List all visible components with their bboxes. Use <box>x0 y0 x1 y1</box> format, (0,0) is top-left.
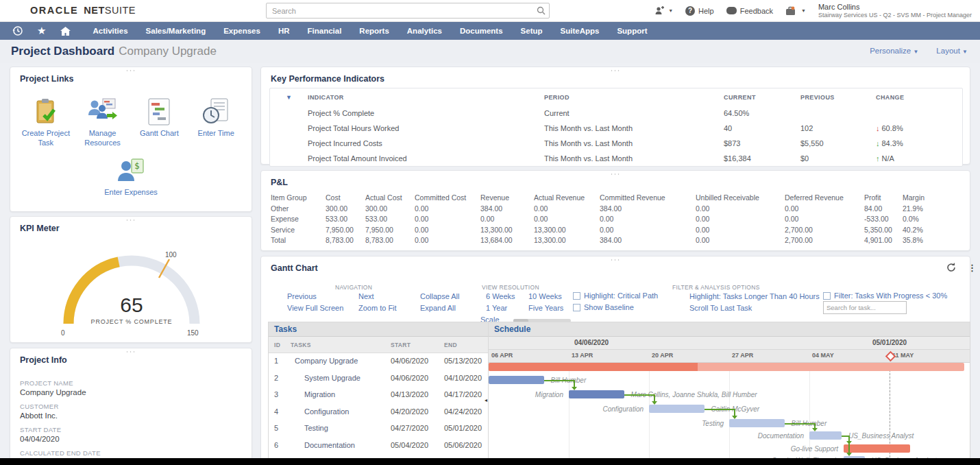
task-name[interactable]: Documentation <box>304 441 355 449</box>
project-info-field-label: CALCULATED END DATE <box>20 449 101 457</box>
task-name[interactable]: Configuration <box>304 407 349 416</box>
task-row: 1Company Upgrade04/06/202005/13/2020 <box>269 353 488 370</box>
search-input[interactable] <box>271 4 527 17</box>
task-name[interactable]: Company Upgrade <box>295 357 358 365</box>
kpi-dropdown-icon[interactable]: ▼ <box>270 94 308 101</box>
pnl-cell: 0.00 <box>696 235 785 246</box>
gantt-5years-link[interactable]: Five Years <box>528 304 563 312</box>
pnl-cell: 384.00 <box>600 204 696 215</box>
kpi-cell: This Month vs. Last Month <box>544 124 724 132</box>
link-enter-expenses[interactable]: $ Enter Expenses <box>103 155 159 198</box>
nav-item-reports[interactable]: Reports <box>350 27 397 35</box>
drag-handle[interactable] <box>125 350 136 354</box>
drag-handle[interactable] <box>610 173 621 176</box>
user-info[interactable]: Marc Collins Stairway Services US - Q2 -… <box>818 3 972 19</box>
gantt-bar-go-live-support[interactable] <box>844 444 910 453</box>
gantt-6weeks-link[interactable]: 6 Weeks <box>486 292 515 300</box>
critical-path-checkbox[interactable]: Highlight: Critical Path <box>573 291 658 300</box>
nav-item-support[interactable]: Support <box>608 27 656 35</box>
pnl-cell: 4,901.00 <box>864 235 903 246</box>
pnl-cell: 0.00 <box>785 214 864 225</box>
project-info-field-label: PROJECT NAME <box>20 379 101 387</box>
drag-handle[interactable] <box>125 219 136 222</box>
gantt-zoom-fit-link[interactable]: Zoom to Fit <box>358 304 397 312</box>
gantt-fullscreen-link[interactable]: View Full Screen <box>287 304 343 312</box>
search-icon[interactable] <box>537 5 546 18</box>
feedback-button[interactable]: Feedback <box>726 7 773 15</box>
gantt-panel: Gantt Chart ⋮ NAVIGATION Previous Next C… <box>260 256 970 462</box>
show-baseline-checkbox[interactable]: Show Baseline <box>573 303 634 311</box>
splitter-collapse-icon[interactable]: ◂ <box>485 397 487 403</box>
nav-item-expenses[interactable]: Expenses <box>215 27 269 35</box>
gantt-chart-area: Bill HumberMigrationMarc Collins, Joanne… <box>489 363 970 462</box>
gantt-bar-company-upgrade[interactable] <box>489 363 964 371</box>
task-name[interactable]: Migration <box>304 390 335 398</box>
quick-add-menu[interactable]: ▼ <box>654 6 673 16</box>
refresh-icon[interactable] <box>946 263 956 275</box>
gantt-10weeks-link[interactable]: 10 Weeks <box>528 292 562 300</box>
gauge-caption: PROJECT % COMPLETE <box>19 318 245 325</box>
task-search-input[interactable] <box>823 301 907 314</box>
kpi-cell: Current <box>544 109 724 117</box>
nav-item-activities[interactable]: Activities <box>84 27 136 35</box>
clipboard-check-icon <box>18 96 74 126</box>
kebab-menu-icon[interactable]: ⋮ <box>968 263 977 273</box>
tasks-longer-link[interactable]: Highlight: Tasks Longer Than 40 Hours <box>689 292 820 300</box>
project-info-field-value: 04/04/2020 <box>20 435 101 443</box>
link-create-project-task[interactable]: Create Project Task <box>18 96 74 148</box>
gantt-bar-testing[interactable] <box>729 419 785 427</box>
task-name[interactable]: Testing <box>304 424 328 432</box>
filter-progress-checkbox[interactable]: Filter: Tasks With Progress < 30% <box>823 291 947 300</box>
pnl-cell: 13,300.00 <box>480 225 534 236</box>
nav-item-suiteapps[interactable]: SuiteApps <box>552 27 609 35</box>
personalize-menu[interactable]: Personalize ▼ <box>870 47 918 55</box>
role-menu[interactable]: ▼ <box>785 5 806 16</box>
kpi-cell: Project Incurred Costs <box>308 139 544 147</box>
link-manage-resources[interactable]: Manage Resources <box>75 96 131 148</box>
pnl-cell: 35.8% <box>903 235 934 246</box>
pnl-cell: 533.00 <box>326 214 365 225</box>
nav-item-financial[interactable]: Financial <box>299 27 351 35</box>
gantt-1year-link[interactable]: 1 Year <box>486 304 507 312</box>
layout-menu[interactable]: Layout ▼ <box>936 47 968 55</box>
gantt-next-link[interactable]: Next <box>358 292 374 300</box>
scroll-last-task-link[interactable]: Scroll To Last Task <box>689 304 752 312</box>
pnl-cell: 21.9% <box>903 204 934 215</box>
tasks-subpanel: Tasks ID TASKS START END 1Company Upgrad… <box>268 322 489 462</box>
navigation-header: NAVIGATION <box>335 284 372 291</box>
nav-item-sales-marketing[interactable]: Sales/Marketing <box>137 27 215 35</box>
task-start-date: 04/27/2020 <box>391 424 428 432</box>
drag-handle[interactable] <box>125 69 136 73</box>
assignment-label: Go-live Support <box>735 445 838 453</box>
nav-item-setup[interactable]: Setup <box>512 27 552 35</box>
recent-records-icon[interactable] <box>12 25 23 36</box>
kpi-cell: This Month vs. Last Month <box>544 154 724 163</box>
gantt-expand-all-link[interactable]: Expand All <box>420 304 456 312</box>
nav-item-hr[interactable]: HR <box>269 27 299 35</box>
link-enter-time[interactable]: Enter Time <box>188 96 244 148</box>
gantt-collapse-all-link[interactable]: Collapse All <box>420 292 459 300</box>
schedule-month-band: 04/06/202005/01/2020 <box>489 337 970 350</box>
nav-item-analytics[interactable]: Analytics <box>398 27 451 35</box>
shortcuts-star-icon[interactable]: ★ <box>37 25 46 37</box>
gantt-previous-link[interactable]: Previous <box>287 292 317 300</box>
gantt-bar-documentation[interactable] <box>809 431 842 440</box>
home-icon[interactable] <box>60 26 71 36</box>
task-end-date: 05/06/2020 <box>444 441 482 449</box>
drag-handle[interactable] <box>610 69 621 73</box>
feedback-icon <box>726 7 737 14</box>
help-button[interactable]: ? Help <box>685 6 714 16</box>
gantt-bar-system-upgrade[interactable] <box>489 376 544 384</box>
link-gantt-chart[interactable]: Gantt Chart <box>131 96 187 148</box>
gantt-bar-migration[interactable] <box>569 390 624 398</box>
kpi-cell: 102 <box>800 124 876 132</box>
task-name[interactable]: System Upgrade <box>304 374 360 382</box>
task-end-date: 04/24/2020 <box>444 407 482 416</box>
task-id: 4 <box>274 407 278 416</box>
gantt-bar-configuration[interactable] <box>649 405 705 413</box>
nav-item-documents[interactable]: Documents <box>451 27 512 35</box>
dashboard-subtitle: Company Upgrade <box>119 45 217 58</box>
kpi-row: Project Incurred CostsThis Month vs. Las… <box>270 136 962 151</box>
tasks-subpanel-title: Tasks <box>269 322 488 337</box>
drag-handle[interactable] <box>610 259 621 262</box>
